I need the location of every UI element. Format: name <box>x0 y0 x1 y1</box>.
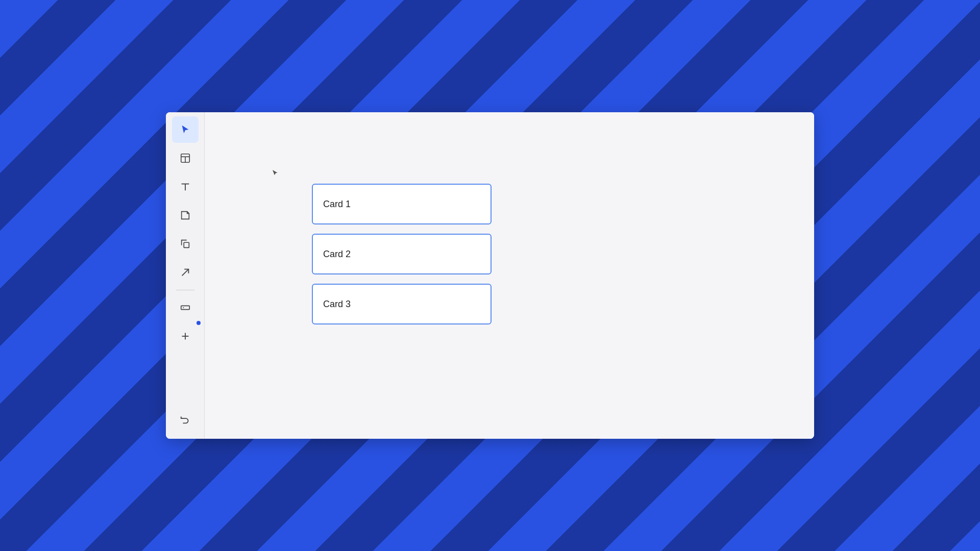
sidebar-item-text[interactable] <box>172 173 199 200</box>
card-1-label: Card 1 <box>323 199 351 210</box>
sidebar-item-input[interactable] <box>172 294 199 321</box>
add-icon <box>180 331 191 342</box>
sidebar <box>166 112 205 439</box>
sidebar-divider <box>176 290 194 290</box>
arrow-icon <box>180 267 191 278</box>
sidebar-item-arrow[interactable] <box>172 259 199 286</box>
canvas-area: Card 1 Card 2 Card 3 <box>205 112 814 439</box>
sidebar-item-shape[interactable] <box>172 231 199 257</box>
note-icon <box>180 210 191 221</box>
cards-container: Card 1 Card 2 Card 3 <box>312 184 492 324</box>
layout-icon <box>180 153 191 164</box>
main-window: Card 1 Card 2 Card 3 <box>166 112 814 439</box>
sidebar-item-add[interactable] <box>172 323 199 349</box>
card-2-label: Card 2 <box>323 249 351 260</box>
input-icon <box>180 302 191 313</box>
select-icon <box>180 124 191 135</box>
svg-rect-5 <box>184 242 189 247</box>
sidebar-item-select[interactable] <box>172 116 199 143</box>
card-3[interactable]: Card 3 <box>312 284 492 324</box>
svg-rect-7 <box>181 306 189 309</box>
card-1[interactable]: Card 1 <box>312 184 492 224</box>
sidebar-item-undo[interactable] <box>172 406 199 433</box>
card-3-label: Card 3 <box>323 299 351 310</box>
card-2[interactable]: Card 2 <box>312 234 492 274</box>
add-dot-indicator <box>197 321 201 325</box>
sidebar-item-layout[interactable] <box>172 145 199 171</box>
undo-icon <box>180 414 191 425</box>
text-icon <box>180 181 191 192</box>
svg-line-6 <box>182 269 188 276</box>
shape-icon <box>180 238 191 249</box>
sidebar-item-note[interactable] <box>172 202 199 229</box>
cursor-indicator <box>271 168 280 178</box>
